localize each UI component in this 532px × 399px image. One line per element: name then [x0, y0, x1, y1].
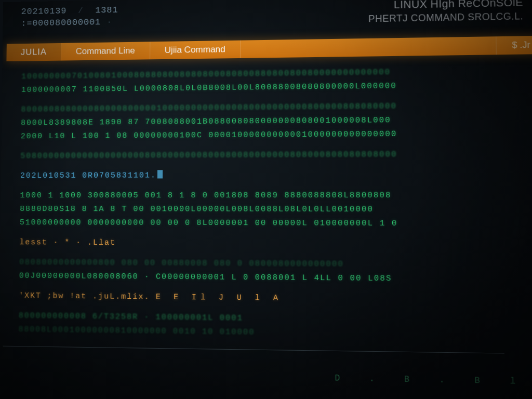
window-title-block: LINUX HIgh ReCOnSOlE PHERTJ COMMAND SROL…	[368, 0, 523, 25]
window-subtitle: PHERTJ COMMAND SROLCG.L.	[368, 9, 523, 26]
header-trail: ·	[107, 17, 112, 27]
terminal-line: 202L010531 0R0705831101.	[20, 168, 532, 183]
tab-julia[interactable]: JULIA	[6, 43, 61, 61]
tab-command-line-label: Command Line	[76, 46, 135, 57]
footer-glyphs: D . B . B l	[335, 374, 528, 387]
terminal-screen: 20210139 / 1381 :=000080000001 · LINUX H…	[0, 0, 532, 399]
header-sep: /	[72, 6, 89, 16]
tab-ujiia-command[interactable]: Ujiia Command	[150, 41, 241, 60]
terminal-line: 51000000000 0000000000 00 00 0 8L0000001…	[20, 216, 532, 231]
header-value: 000080000001	[32, 17, 101, 28]
header-num-b: 1381	[95, 5, 118, 16]
header-num-a: 20210139	[21, 6, 67, 17]
tab-right-label: $ .Jr	[512, 39, 530, 50]
tab-julia-label: JULIA	[21, 47, 47, 57]
terminal-line: 5080000000000000000000808000000080008008…	[20, 147, 532, 163]
terminal-line	[20, 182, 532, 189]
tab-right[interactable]: $ .Jr	[496, 36, 532, 55]
header-prefix: :=	[21, 19, 32, 29]
terminal-line: 1000 1 1000 300880005 001 8 1 8 0 001808…	[20, 189, 532, 203]
terminal-body[interactable]: 1000000007010080100080880800808080008080…	[3, 54, 532, 344]
tab-command-line[interactable]: Command Line	[61, 42, 150, 60]
tab-ujiia-label: Ujiia Command	[165, 44, 225, 56]
terminal-line: 8880D80S18 8 1A 8 T 00 0010000L00000L008…	[20, 203, 532, 217]
divider	[3, 346, 504, 354]
